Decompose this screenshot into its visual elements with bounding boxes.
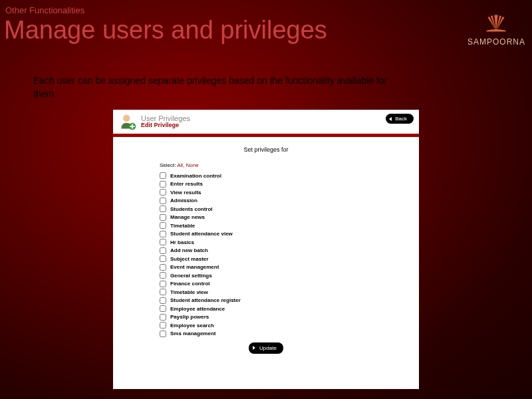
list-item: Event management xyxy=(160,264,372,271)
page-title: Manage users and privileges xyxy=(4,16,327,45)
privilege-label: Examination control xyxy=(170,173,221,179)
privilege-label: Sms management xyxy=(170,331,215,336)
select-label: Select: xyxy=(160,162,176,168)
privilege-label: Event management xyxy=(170,264,219,270)
privilege-label: Student attendance register xyxy=(170,297,241,303)
select-none-link[interactable]: None xyxy=(186,162,199,168)
privilege-label: Student attendance view xyxy=(170,231,233,237)
svg-point-0 xyxy=(123,115,130,122)
list-item: Manage news xyxy=(160,214,372,221)
panel-subtitle: Edit Privilege xyxy=(141,122,190,129)
privilege-label: General settings xyxy=(170,273,212,279)
privilege-label: Manage news xyxy=(170,214,205,220)
logo-text: SAMPOORNA xyxy=(467,37,525,47)
privilege-label: Employee search xyxy=(170,323,214,329)
privilege-checkbox[interactable] xyxy=(160,181,166,188)
privilege-checkbox[interactable] xyxy=(160,331,166,337)
list-item: Finance control xyxy=(160,281,372,287)
page-description: Each user can be assigned separate privi… xyxy=(33,74,406,100)
privilege-checkbox[interactable] xyxy=(160,189,166,196)
list-item: Employee attendance xyxy=(160,305,372,312)
privilege-checkbox[interactable] xyxy=(160,322,166,329)
set-privileges-label: Set privileges for xyxy=(160,146,372,153)
privilege-checkbox[interactable] xyxy=(160,297,166,304)
privileges-list: Examination controlEnter resultsView res… xyxy=(160,172,372,337)
privilege-checkbox[interactable] xyxy=(160,222,166,229)
list-item: Examination control xyxy=(160,172,372,179)
user-add-icon xyxy=(118,112,137,131)
privilege-label: Finance control xyxy=(170,281,210,287)
logo: SAMPOORNA xyxy=(467,15,525,47)
privilege-label: Admission xyxy=(170,198,198,203)
back-button[interactable]: Back xyxy=(386,114,414,124)
list-item: Timetable view xyxy=(160,289,372,295)
privileges-panel: User Privileges Edit Privilege Back Set … xyxy=(113,110,419,389)
privilege-checkbox[interactable] xyxy=(160,172,166,179)
list-item: Student attendance register xyxy=(160,297,372,304)
privilege-checkbox[interactable] xyxy=(160,272,166,279)
privilege-label: Subject master xyxy=(170,256,208,262)
privilege-checkbox[interactable] xyxy=(160,281,166,287)
list-item: Employee search xyxy=(160,322,372,329)
list-item: Student attendance view xyxy=(160,231,372,237)
list-item: Hr basics xyxy=(160,239,372,245)
book-fan-icon xyxy=(484,15,508,32)
privilege-checkbox[interactable] xyxy=(160,239,166,245)
list-item: Sms management xyxy=(160,331,372,337)
privilege-checkbox[interactable] xyxy=(160,255,166,262)
select-all-link[interactable]: All xyxy=(177,162,183,168)
privilege-label: Enter results xyxy=(170,181,203,187)
privilege-label: Payslip powers xyxy=(170,314,209,320)
privilege-checkbox[interactable] xyxy=(160,231,166,237)
privilege-checkbox[interactable] xyxy=(160,314,166,321)
update-button[interactable]: Update xyxy=(249,342,283,354)
list-item: Subject master xyxy=(160,255,372,262)
privilege-checkbox[interactable] xyxy=(160,264,166,271)
privilege-label: Timetable view xyxy=(170,289,208,295)
privilege-label: Add new batch xyxy=(170,247,208,253)
privilege-checkbox[interactable] xyxy=(160,214,166,221)
select-row: Select: All, None xyxy=(160,162,372,168)
list-item: Add new batch xyxy=(160,247,372,254)
list-item: Payslip powers xyxy=(160,314,372,321)
privilege-label: Students control xyxy=(170,206,213,212)
breadcrumb: Other Functionalities xyxy=(5,5,84,15)
privilege-label: Employee attendance xyxy=(170,306,225,312)
privilege-checkbox[interactable] xyxy=(160,305,166,312)
privilege-checkbox[interactable] xyxy=(160,205,166,212)
list-item: General settings xyxy=(160,272,372,279)
privilege-checkbox[interactable] xyxy=(160,198,166,204)
panel-header: User Privileges Edit Privilege Back xyxy=(113,110,419,134)
privilege-label: View results xyxy=(170,190,201,196)
list-item: Admission xyxy=(160,198,372,204)
privilege-label: Timetable xyxy=(170,223,195,229)
list-item: Timetable xyxy=(160,222,372,229)
list-item: View results xyxy=(160,189,372,196)
privilege-label: Hr basics xyxy=(170,239,194,245)
privilege-checkbox[interactable] xyxy=(160,247,166,254)
list-item: Enter results xyxy=(160,181,372,188)
privilege-checkbox[interactable] xyxy=(160,289,166,295)
list-item: Students control xyxy=(160,205,372,212)
